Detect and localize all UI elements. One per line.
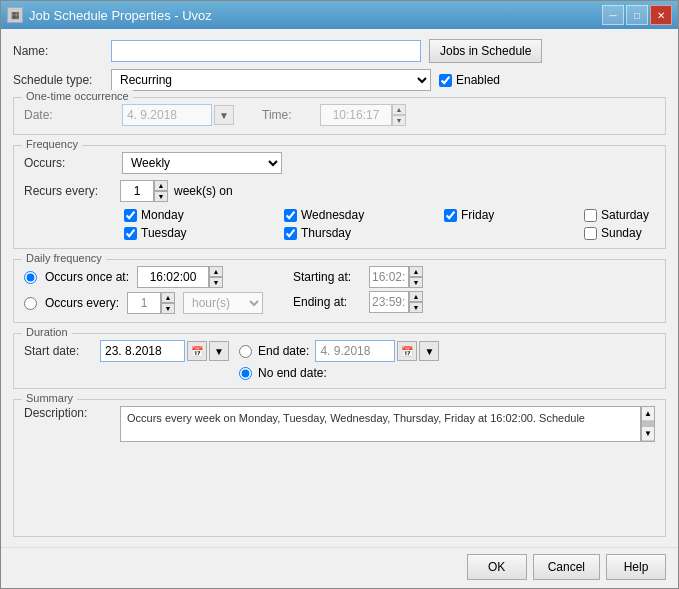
every-input — [127, 292, 161, 314]
recurs-unit-label: week(s) on — [174, 184, 233, 198]
help-button[interactable]: Help — [606, 554, 666, 580]
enabled-checkbox[interactable] — [439, 74, 452, 87]
daily-freq-left: Occurs once at: ▲ ▼ Occurs every: — [24, 266, 263, 314]
starting-label: Starting at: — [293, 270, 363, 284]
occurs-row: Occurs: Weekly — [24, 152, 655, 174]
wednesday-row: Wednesday — [284, 208, 444, 222]
wednesday-checkbox[interactable] — [284, 209, 297, 222]
occurs-select[interactable]: Weekly — [122, 152, 282, 174]
recurs-input[interactable] — [120, 180, 154, 202]
window-title: Job Schedule Properties - Uvoz — [29, 8, 212, 23]
recurs-spinner: ▲ ▼ — [120, 180, 168, 202]
time-spinner-buttons: ▲ ▼ — [392, 104, 406, 126]
once-time-input[interactable] — [137, 266, 209, 288]
tuesday-label: Tuesday — [141, 226, 187, 240]
cancel-button[interactable]: Cancel — [533, 554, 600, 580]
schedule-type-label: Schedule type: — [13, 73, 103, 87]
date-input — [122, 104, 212, 126]
every-unit-select: hour(s) — [183, 292, 263, 314]
daily-frequency-section: Daily frequency Occurs once at: ▲ ▼ — [13, 259, 666, 323]
no-end-date-row: No end date: — [239, 366, 439, 380]
ending-input — [369, 291, 409, 313]
monday-row: Monday — [124, 208, 284, 222]
start-date-field: 📅 ▼ — [100, 340, 229, 362]
title-bar-left: ▦ Job Schedule Properties - Uvoz — [7, 7, 212, 23]
occurs-every-radio[interactable] — [24, 297, 37, 310]
monday-checkbox[interactable] — [124, 209, 137, 222]
once-time-down-button[interactable]: ▼ — [209, 277, 223, 288]
name-input[interactable] — [111, 40, 421, 62]
start-date-row: Start date: 📅 ▼ — [24, 340, 229, 362]
ending-label: Ending at: — [293, 295, 363, 309]
enabled-label: Enabled — [456, 73, 500, 87]
once-time-spinner-buttons: ▲ ▼ — [209, 266, 223, 288]
no-end-date-label: No end date: — [258, 366, 327, 380]
content-area: Name: Jobs in Schedule Schedule type: Re… — [1, 29, 678, 547]
starting-spinner: ▲ ▼ — [369, 266, 423, 288]
scroll-down-button[interactable]: ▼ — [642, 427, 654, 441]
recurs-label: Recurs every: — [24, 184, 114, 198]
scroll-up-button[interactable]: ▲ — [642, 407, 654, 421]
end-date-radio[interactable] — [239, 345, 252, 358]
date-field: ▼ — [122, 104, 234, 126]
jobs-in-schedule-button[interactable]: Jobs in Schedule — [429, 39, 542, 63]
time-down-button: ▼ — [392, 115, 406, 126]
recurs-down-button[interactable]: ▼ — [154, 191, 168, 202]
time-label: Time: — [262, 108, 312, 122]
sunday-row: Sunday — [584, 226, 678, 240]
friday-row: Friday — [444, 208, 584, 222]
starting-spinner-buttons: ▲ ▼ — [409, 266, 423, 288]
thursday-checkbox[interactable] — [284, 227, 297, 240]
wednesday-label: Wednesday — [301, 208, 364, 222]
start-date-input[interactable] — [100, 340, 185, 362]
summary-content: Description: Occurs every week on Monday… — [24, 406, 655, 442]
minimize-button[interactable]: ─ — [602, 5, 624, 25]
date-label: Date: — [24, 108, 114, 122]
summary-title: Summary — [22, 392, 77, 404]
close-button[interactable]: ✕ — [650, 5, 672, 25]
empty-cell — [444, 226, 584, 240]
end-date-label: End date: — [258, 344, 309, 358]
one-time-title: One-time occurrence — [22, 90, 133, 102]
title-bar: ▦ Job Schedule Properties - Uvoz ─ □ ✕ — [1, 1, 678, 29]
description-box: Occurs every week on Monday, Tuesday, We… — [120, 406, 641, 442]
grid-icon: ▦ — [7, 7, 23, 23]
restore-button[interactable]: □ — [626, 5, 648, 25]
ending-down-button: ▼ — [409, 302, 423, 313]
friday-checkbox[interactable] — [444, 209, 457, 222]
footer: OK Cancel Help — [1, 547, 678, 588]
ok-button[interactable]: OK — [467, 554, 527, 580]
sunday-checkbox[interactable] — [584, 227, 597, 240]
every-spinner: ▲ ▼ — [127, 292, 175, 314]
end-dropdown-button: ▼ — [419, 341, 439, 361]
once-time-up-button[interactable]: ▲ — [209, 266, 223, 277]
end-date-col: End date: 📅 ▼ No end date: — [239, 340, 439, 380]
description-wrapper: Occurs every week on Monday, Tuesday, We… — [120, 406, 655, 442]
starting-down-button: ▼ — [409, 277, 423, 288]
no-end-date-radio[interactable] — [239, 367, 252, 380]
schedule-type-select[interactable]: Recurring — [111, 69, 431, 91]
duration-content: Start date: 📅 ▼ End date: 📅 — [24, 340, 655, 380]
one-time-row: Date: ▼ Time: ▲ ▼ — [24, 104, 655, 126]
end-date-field: 📅 ▼ — [315, 340, 439, 362]
saturday-checkbox[interactable] — [584, 209, 597, 222]
main-window: ▦ Job Schedule Properties - Uvoz ─ □ ✕ N… — [0, 0, 679, 589]
start-dropdown-button[interactable]: ▼ — [209, 341, 229, 361]
friday-label: Friday — [461, 208, 494, 222]
duration-section: Duration Start date: 📅 ▼ End date: — [13, 333, 666, 389]
duration-title: Duration — [22, 326, 72, 338]
tuesday-row: Tuesday — [124, 226, 284, 240]
recurs-row: Recurs every: ▲ ▼ week(s) on — [24, 180, 655, 202]
start-end-col: Starting at: ▲ ▼ Ending at: — [293, 266, 423, 314]
ending-at-row: Ending at: ▲ ▼ — [293, 291, 423, 313]
end-date-input — [315, 340, 395, 362]
occurs-once-radio[interactable] — [24, 271, 37, 284]
start-cal-button[interactable]: 📅 — [187, 341, 207, 361]
starting-up-button: ▲ — [409, 266, 423, 277]
time-input — [320, 104, 392, 126]
recurs-up-button[interactable]: ▲ — [154, 180, 168, 191]
description-scrollbar[interactable]: ▲ ▼ — [641, 406, 655, 442]
occurs-every-label: Occurs every: — [45, 296, 119, 310]
tuesday-checkbox[interactable] — [124, 227, 137, 240]
saturday-row: Saturday — [584, 208, 678, 222]
